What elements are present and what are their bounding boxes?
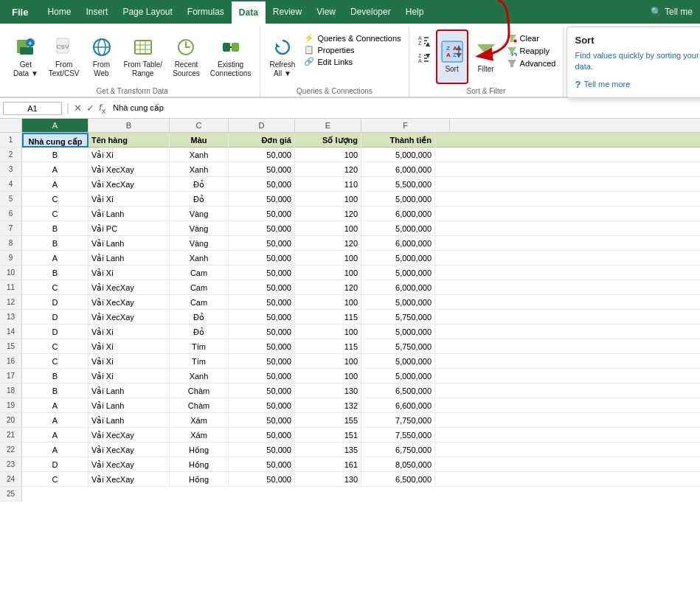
cancel-icon[interactable]: ✕	[74, 103, 82, 114]
cell-a8[interactable]: B	[22, 236, 89, 251]
row-num-6[interactable]: 6	[0, 207, 21, 221]
cell-d24[interactable]: 50,000	[229, 472, 295, 487]
cell-c8[interactable]: Vàng	[170, 236, 229, 251]
cell-b12[interactable]: Vải XecXay	[89, 295, 170, 310]
cell-b16[interactable]: Vải Xi	[89, 354, 170, 369]
cell-c3[interactable]: Xanh	[170, 162, 229, 177]
cell-f4[interactable]: 5,500,000	[361, 177, 435, 192]
cell-b7[interactable]: Vải PC	[89, 221, 170, 236]
menu-insert[interactable]: Insert	[78, 0, 115, 24]
row-num-11[interactable]: 11	[0, 280, 21, 295]
row-num-4[interactable]: 4	[0, 177, 21, 192]
row-num-20[interactable]: 20	[0, 413, 21, 428]
cell-d17[interactable]: 50,000	[229, 369, 295, 384]
cell-c13[interactable]: Đỏ	[170, 310, 229, 325]
tell-me-input[interactable]: 🔍 Tell me	[643, 7, 700, 17]
row-num-5[interactable]: 5	[0, 192, 21, 207]
cell-a6[interactable]: C	[22, 207, 89, 221]
menu-view[interactable]: View	[309, 0, 343, 24]
cell-b11[interactable]: Vải XecXay	[89, 280, 170, 295]
cell-b24[interactable]: Vải XecXay	[89, 472, 170, 487]
menu-data[interactable]: Data	[232, 0, 266, 24]
cell-a12[interactable]: D	[22, 295, 89, 310]
cell-f7[interactable]: 5,000,000	[361, 221, 435, 236]
cell-a18[interactable]: B	[22, 384, 89, 398]
cell-e13[interactable]: 115	[295, 310, 361, 325]
row-num-22[interactable]: 22	[0, 443, 21, 457]
cell-b23[interactable]: Vải XecXay	[89, 457, 170, 472]
cell-f13[interactable]: 5,750,000	[361, 310, 435, 325]
cell-e10[interactable]: 100	[295, 266, 361, 280]
col-header-b[interactable]: B	[89, 119, 170, 132]
edit-links-button[interactable]: 🔗 Edit Links	[301, 56, 403, 67]
cell-b19[interactable]: Vải Lanh	[89, 398, 170, 413]
cell-e14[interactable]: 100	[295, 325, 361, 339]
cell-b9[interactable]: Vải Lanh	[89, 251, 170, 266]
row-num-1[interactable]: 1	[0, 133, 21, 148]
cell-f21[interactable]: 7,550,000	[361, 428, 435, 443]
refresh-all-button[interactable]: RefreshAll ▼	[265, 30, 299, 84]
row-num-13[interactable]: 13	[0, 310, 21, 325]
existing-connections-button[interactable]: ExistingConnections	[206, 30, 256, 84]
row-num-24[interactable]: 24	[0, 472, 21, 487]
cell-c20[interactable]: Xám	[170, 413, 229, 428]
menu-page-layout[interactable]: Page Layout	[115, 0, 179, 24]
cell-a5[interactable]: C	[22, 192, 89, 207]
cell-a16[interactable]: C	[22, 354, 89, 369]
cell-a2[interactable]: B	[22, 148, 89, 162]
cell-d11[interactable]: 50,000	[229, 280, 295, 295]
cell-e23[interactable]: 161	[295, 457, 361, 472]
cell-f3[interactable]: 6,000,000	[361, 162, 435, 177]
cell-e21[interactable]: 151	[295, 428, 361, 443]
cell-c15[interactable]: Tím	[170, 339, 229, 354]
cell-a20[interactable]: A	[22, 413, 89, 428]
col-header-d[interactable]: D	[229, 119, 295, 132]
cell-f22[interactable]: 6,750,000	[361, 443, 435, 457]
cell-f24[interactable]: 6,500,000	[361, 472, 435, 487]
cell-c7[interactable]: Vàng	[170, 221, 229, 236]
filter-button[interactable]: Filter	[470, 30, 502, 84]
cell-e20[interactable]: 155	[295, 413, 361, 428]
cell-a11[interactable]: C	[22, 280, 89, 295]
from-text-csv-button[interactable]: CSV FromText/CSV	[44, 30, 84, 84]
cell-d18[interactable]: 50,000	[229, 384, 295, 398]
cell-b21[interactable]: Vải XecXay	[89, 428, 170, 443]
properties-button[interactable]: 📋 Properties	[301, 44, 403, 55]
cell-e2[interactable]: 100	[295, 148, 361, 162]
from-web-button[interactable]: FromWeb	[86, 30, 118, 84]
cell-c22[interactable]: Hồng	[170, 443, 229, 457]
cell-f20[interactable]: 7,750,000	[361, 413, 435, 428]
cell-b20[interactable]: Vải Lanh	[89, 413, 170, 428]
cell-c11[interactable]: Cam	[170, 280, 229, 295]
sort-za-button[interactable]: ZA	[414, 50, 434, 66]
cell-c18[interactable]: Chàm	[170, 384, 229, 398]
cell-b18[interactable]: Vải Lanh	[89, 384, 170, 398]
row-num-18[interactable]: 18	[0, 384, 21, 398]
from-table-range-button[interactable]: From Table/Range	[119, 30, 167, 84]
cell-a23[interactable]: D	[22, 457, 89, 472]
row-num-7[interactable]: 7	[0, 221, 21, 236]
menu-help[interactable]: Help	[398, 0, 432, 24]
cell-b13[interactable]: Vải XecXay	[89, 310, 170, 325]
row-num-14[interactable]: 14	[0, 325, 21, 339]
advanced-button[interactable]: Advanced	[504, 58, 559, 69]
cell-b17[interactable]: Vải Xi	[89, 369, 170, 384]
cell-d4[interactable]: 50,000	[229, 177, 295, 192]
cell-c12[interactable]: Cam	[170, 295, 229, 310]
cell-d9[interactable]: 50,000	[229, 251, 295, 266]
cell-f6[interactable]: 6,000,000	[361, 207, 435, 221]
cell-d19[interactable]: 50,000	[229, 398, 295, 413]
cell-c2[interactable]: Xanh	[170, 148, 229, 162]
cell-e4[interactable]: 110	[295, 177, 361, 192]
cell-e24[interactable]: 130	[295, 472, 361, 487]
row-num-2[interactable]: 2	[0, 148, 21, 162]
cell-d22[interactable]: 50,000	[229, 443, 295, 457]
cell-c9[interactable]: Xanh	[170, 251, 229, 266]
sort-button[interactable]: Z A A Z Sort	[436, 30, 468, 84]
cell-d6[interactable]: 50,000	[229, 207, 295, 221]
cell-c16[interactable]: Tím	[170, 354, 229, 369]
cell-a21[interactable]: A	[22, 428, 89, 443]
cell-f18[interactable]: 6,500,000	[361, 384, 435, 398]
cell-a3[interactable]: A	[22, 162, 89, 177]
col-header-f[interactable]: F	[361, 119, 450, 132]
